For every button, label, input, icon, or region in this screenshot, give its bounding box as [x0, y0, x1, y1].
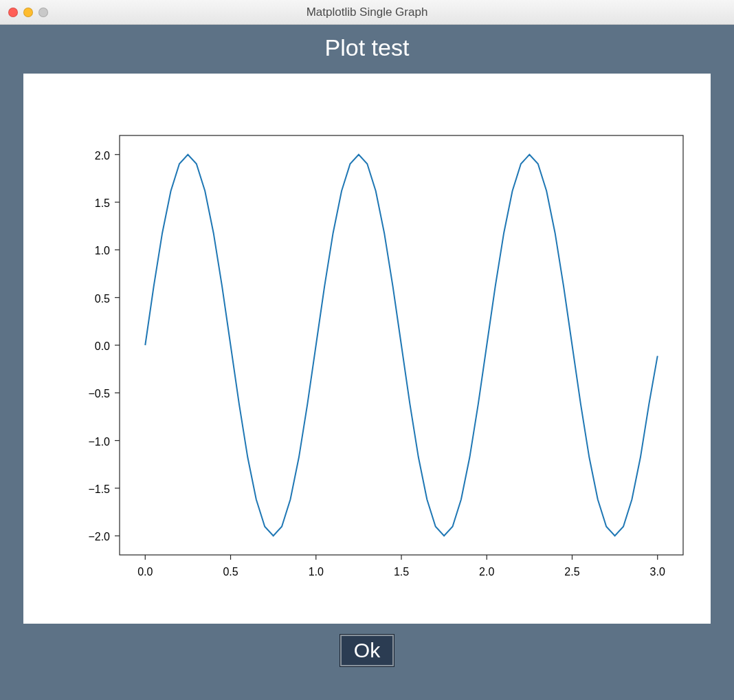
page-title: Plot test: [325, 34, 410, 61]
x-tick-label: 1.5: [394, 566, 409, 578]
y-tick-label: 0.5: [95, 293, 110, 305]
x-tick-label: 1.0: [309, 566, 324, 578]
line-chart: 0.00.51.01.52.02.53.0−2.0−1.5−1.0−0.50.0…: [23, 74, 711, 624]
window-title: Matplotlib Single Graph: [0, 6, 734, 19]
app-body: Plot test 0.00.51.01.52.02.53.0−2.0−1.5−…: [0, 25, 734, 700]
y-tick-label: −2.0: [88, 531, 110, 543]
y-tick-label: 1.0: [95, 245, 110, 256]
y-tick-label: −0.5: [88, 388, 110, 400]
y-tick-label: −1.0: [88, 436, 110, 448]
ok-button[interactable]: Ok: [340, 635, 394, 666]
x-tick-label: 2.5: [564, 566, 579, 578]
window-controls: [0, 8, 48, 17]
plot-canvas: 0.00.51.01.52.02.53.0−2.0−1.5−1.0−0.50.0…: [23, 74, 711, 624]
series-line: [145, 155, 657, 536]
y-tick-label: 2.0: [95, 150, 110, 162]
y-tick-label: 1.5: [95, 197, 110, 209]
x-tick-label: 0.0: [137, 566, 153, 578]
window-titlebar[interactable]: Matplotlib Single Graph: [0, 0, 734, 25]
x-tick-label: 3.0: [650, 566, 665, 578]
x-tick-label: 2.0: [479, 566, 494, 578]
x-tick-label: 0.5: [223, 566, 238, 578]
maximize-icon[interactable]: [38, 8, 48, 17]
minimize-icon[interactable]: [23, 8, 33, 17]
y-tick-label: −1.5: [88, 483, 110, 495]
y-tick-label: 0.0: [95, 340, 110, 352]
close-icon[interactable]: [8, 8, 18, 17]
